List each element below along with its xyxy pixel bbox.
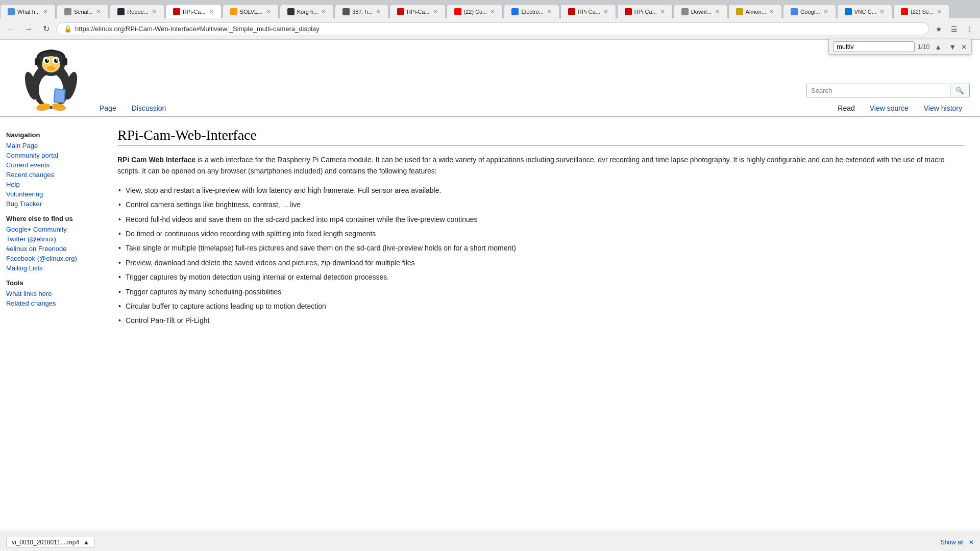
sidebar-where-to-find-heading: Where else to find us — [6, 215, 96, 222]
browser-tab[interactable]: RPi Ca... ✕ — [560, 4, 616, 18]
reload-button[interactable]: ↻ — [39, 22, 53, 36]
tab-close-icon[interactable]: ✕ — [547, 8, 552, 15]
sidebar-item-bug-tracker[interactable]: Bug Tracker — [6, 199, 96, 209]
svg-point-8 — [47, 59, 48, 61]
find-prev-button[interactable]: ▲ — [933, 42, 944, 52]
browser-tab[interactable]: Googl... ✕ — [783, 4, 836, 18]
browser-tab[interactable]: Korg h... ✕ — [280, 4, 334, 18]
tab-favicon — [230, 8, 237, 15]
browser-tab[interactable]: (22) Co... ✕ — [447, 4, 503, 18]
browser-tab[interactable]: Almon... ✕ — [728, 4, 782, 18]
tab-close-icon[interactable]: ✕ — [660, 8, 665, 15]
intro-bold: RPi Cam Web Interface — [117, 156, 195, 164]
url-text: https://elinux.org/RPi-Cam-Web-Interface… — [75, 25, 921, 33]
browser-tab[interactable]: Serial... ✕ — [57, 4, 109, 18]
list-item: Circular buffer to capture actions leadi… — [117, 299, 965, 313]
find-next-button[interactable]: ▼ — [947, 42, 958, 52]
menu-icon[interactable]: ⋮ — [963, 22, 976, 36]
sidebar-item-community-portal[interactable]: Community portal — [6, 151, 96, 160]
tab-close-icon[interactable]: ✕ — [376, 8, 381, 15]
tab-close-icon[interactable]: ✕ — [937, 8, 942, 15]
list-item: View, stop and restart a live-preview wi… — [117, 183, 965, 197]
tab-close-icon[interactable]: ✕ — [152, 8, 157, 15]
list-item: Trigger captures by many scheduling-poss… — [117, 285, 965, 299]
sidebar-item-what-links-here[interactable]: What links here — [6, 289, 96, 298]
browser-tab[interactable]: What h... ✕ — [0, 4, 56, 18]
extensions-icon[interactable]: ☰ — [947, 22, 961, 36]
find-close-button[interactable]: ✕ — [961, 43, 967, 51]
sidebar-item-google-community[interactable]: Google+ Community — [6, 224, 96, 234]
tab-close-icon[interactable]: ✕ — [603, 8, 608, 15]
sidebar-item-facebook[interactable]: Facebook (@elinux.org) — [6, 254, 96, 263]
tab-favicon — [397, 8, 404, 15]
browser-tab-active[interactable]: RPi-Ca... ✕ — [165, 4, 222, 18]
tab-discussion[interactable]: Discussion — [124, 99, 174, 116]
sidebar-item-recent-changes[interactable]: Recent changes — [6, 170, 96, 180]
address-bar[interactable]: 🔒 https://elinux.org/RPi-Cam-Web-Interfa… — [56, 22, 929, 35]
browser-tabs: What h... ✕ Serial... ✕ Reque... ✕ RPi-C… — [0, 0, 980, 18]
tab-close-icon[interactable]: ✕ — [490, 8, 495, 15]
tab-close-icon[interactable]: ✕ — [96, 8, 101, 15]
tab-close-icon[interactable]: ✕ — [879, 8, 885, 15]
browser-tab[interactable]: Downl... ✕ — [674, 4, 727, 18]
tab-page[interactable]: Page — [92, 99, 124, 116]
page-title: RPi-Cam-Web-Interface — [117, 127, 965, 146]
features-list: View, stop and restart a live-preview wi… — [117, 183, 965, 328]
find-input[interactable] — [833, 41, 915, 52]
tab-view-history[interactable]: View history — [916, 99, 970, 116]
sidebar-item-twitter[interactable]: Twitter (@elinux) — [6, 234, 96, 244]
tab-favicon — [791, 8, 798, 15]
wiki-search-row: 🔍 — [92, 80, 970, 99]
svg-rect-18 — [55, 89, 65, 102]
wiki-tabs-and-search: 🔍 Page Discussion Read View source View … — [92, 80, 970, 116]
tab-favicon — [625, 8, 632, 15]
tab-close-icon[interactable]: ✕ — [43, 8, 48, 15]
wiki-tabs: Page Discussion Read View source View hi… — [92, 99, 970, 116]
back-button[interactable]: ← — [4, 22, 18, 36]
browser-tab[interactable]: (22) Se... ✕ — [893, 4, 949, 18]
tab-close-icon[interactable]: ✕ — [321, 8, 326, 15]
svg-rect-11 — [35, 58, 40, 65]
forward-button[interactable]: → — [21, 22, 36, 36]
sidebar-navigation-heading: Navigation — [6, 131, 96, 139]
wiki-logo — [10, 40, 92, 116]
browser-tab[interactable]: RPi Ca... ✕ — [617, 4, 673, 18]
tab-favicon — [901, 8, 908, 15]
wiki-search-input[interactable] — [807, 84, 950, 97]
tab-close-icon[interactable]: ✕ — [715, 8, 720, 15]
sidebar-item-mailing-lists[interactable]: Mailing Lists — [6, 263, 96, 273]
sidebar-item-freenode[interactable]: #elinux on Freenode — [6, 244, 96, 254]
tab-close-icon[interactable]: ✕ — [266, 8, 271, 15]
tab-favicon — [845, 8, 852, 15]
browser-tab[interactable]: RPi-Ca... ✕ — [389, 4, 446, 18]
browser-tab[interactable]: VNC C... ✕ — [837, 4, 892, 18]
sidebar-item-help[interactable]: Help — [6, 180, 96, 189]
wiki-search-button[interactable]: 🔍 — [950, 84, 969, 97]
list-item: Preview, download and delete the saved v… — [117, 256, 965, 270]
browser-tab[interactable]: Electro... ✕ — [504, 4, 559, 18]
browser-tab[interactable]: 387: h... ✕ — [335, 4, 388, 18]
tab-view-source[interactable]: View source — [862, 99, 916, 116]
browser-toolbar: ← → ↻ 🔒 https://elinux.org/RPi-Cam-Web-I… — [0, 18, 980, 40]
browser-tab[interactable]: SOLVE... ✕ — [223, 4, 279, 18]
tab-favicon — [117, 8, 125, 15]
wiki-main-content: RPi-Cam-Web-Interface RPi Cam Web Interf… — [102, 117, 980, 530]
sidebar-item-main-page[interactable]: Main Page — [6, 141, 96, 151]
list-item: Take single or multiple (timelapse) full… — [117, 241, 965, 255]
sidebar-item-volunteering[interactable]: Volunteering — [6, 189, 96, 199]
tab-close-icon[interactable]: ✕ — [769, 8, 774, 15]
bookmark-icon[interactable]: ★ — [932, 22, 945, 36]
browser-tab[interactable]: Reque... ✕ — [110, 4, 164, 18]
sidebar-item-related-changes[interactable]: Related changes — [6, 298, 96, 308]
list-item: Control Pan-Tilt or Pi-Light — [117, 313, 965, 328]
sidebar-item-current-events[interactable]: Current events — [6, 160, 96, 170]
tab-close-icon[interactable]: ✕ — [433, 8, 438, 15]
wiki-sidebar: Navigation Main Page Community portal Cu… — [0, 117, 102, 530]
tab-favicon — [64, 8, 71, 15]
tab-read[interactable]: Read — [830, 100, 862, 116]
svg-point-6 — [45, 59, 49, 63]
wiki-content-area: Navigation Main Page Community portal Cu… — [0, 117, 980, 530]
wiki-body: RPi Cam Web Interface is a web interface… — [117, 154, 965, 328]
tab-close-icon[interactable]: ✕ — [823, 8, 828, 15]
tab-close-icon[interactable]: ✕ — [209, 8, 214, 15]
